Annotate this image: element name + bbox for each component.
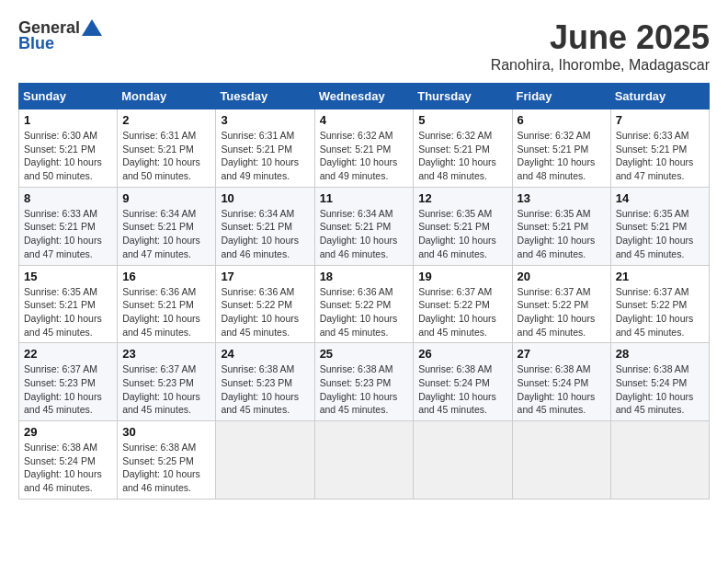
calendar-cell: 17 Sunrise: 6:36 AM Sunset: 5:22 PM Dayl…: [216, 265, 314, 343]
calendar-cell: 3 Sunrise: 6:31 AM Sunset: 5:21 PM Dayli…: [216, 109, 314, 188]
calendar-cell: 12 Sunrise: 6:35 AM Sunset: 5:21 PM Dayl…: [414, 187, 512, 265]
calendar-cell: [216, 421, 314, 500]
day-number: 9: [122, 191, 210, 205]
calendar-cell: 21 Sunrise: 6:37 AM Sunset: 5:22 PM Dayl…: [610, 265, 709, 343]
calendar-cell: 6 Sunrise: 6:32 AM Sunset: 5:21 PM Dayli…: [512, 109, 610, 188]
day-info: Sunrise: 6:33 AM Sunset: 5:21 PM Dayligh…: [616, 129, 704, 183]
header-saturday: Saturday: [610, 84, 709, 109]
calendar-cell: 10 Sunrise: 6:34 AM Sunset: 5:21 PM Dayl…: [216, 187, 314, 265]
location-title: Ranohira, Ihorombe, Madagascar: [491, 57, 710, 74]
calendar-title-area: June 2025 Ranohira, Ihorombe, Madagascar: [491, 18, 710, 74]
day-number: 12: [418, 191, 506, 205]
day-info: Sunrise: 6:36 AM Sunset: 5:22 PM Dayligh…: [221, 285, 309, 339]
day-info: Sunrise: 6:38 AM Sunset: 5:24 PM Dayligh…: [24, 441, 112, 495]
day-number: 8: [24, 191, 112, 205]
calendar-cell: 26 Sunrise: 6:38 AM Sunset: 5:24 PM Dayl…: [414, 343, 512, 421]
calendar-week-row: 15 Sunrise: 6:35 AM Sunset: 5:21 PM Dayl…: [19, 265, 710, 343]
day-info: Sunrise: 6:37 AM Sunset: 5:22 PM Dayligh…: [418, 285, 506, 339]
day-info: Sunrise: 6:35 AM Sunset: 5:21 PM Dayligh…: [518, 207, 606, 261]
calendar-cell: [314, 421, 414, 500]
calendar-cell: 2 Sunrise: 6:31 AM Sunset: 5:21 PM Dayli…: [118, 109, 216, 188]
calendar-cell: 27 Sunrise: 6:38 AM Sunset: 5:24 PM Dayl…: [512, 343, 610, 421]
logo-blue-text: Blue: [18, 34, 54, 53]
day-info: Sunrise: 6:32 AM Sunset: 5:21 PM Dayligh…: [320, 129, 409, 183]
day-info: Sunrise: 6:37 AM Sunset: 5:22 PM Dayligh…: [616, 285, 704, 339]
calendar-week-row: 1 Sunrise: 6:30 AM Sunset: 5:21 PM Dayli…: [19, 109, 710, 188]
day-info: Sunrise: 6:37 AM Sunset: 5:23 PM Dayligh…: [24, 362, 112, 417]
day-info: Sunrise: 6:33 AM Sunset: 5:21 PM Dayligh…: [24, 207, 112, 261]
day-info: Sunrise: 6:31 AM Sunset: 5:21 PM Dayligh…: [221, 129, 309, 183]
calendar-week-row: 29 Sunrise: 6:38 AM Sunset: 5:24 PM Dayl…: [19, 421, 710, 500]
day-number: 10: [221, 191, 309, 205]
calendar-cell: 5 Sunrise: 6:32 AM Sunset: 5:21 PM Dayli…: [414, 109, 512, 188]
day-info: Sunrise: 6:32 AM Sunset: 5:21 PM Dayligh…: [418, 129, 506, 183]
day-info: Sunrise: 6:36 AM Sunset: 5:21 PM Dayligh…: [122, 285, 210, 339]
day-number: 16: [122, 270, 210, 283]
day-number: 4: [320, 113, 409, 127]
day-info: Sunrise: 6:36 AM Sunset: 5:22 PM Dayligh…: [320, 285, 409, 339]
day-number: 13: [518, 191, 606, 205]
calendar-cell: 15 Sunrise: 6:35 AM Sunset: 5:21 PM Dayl…: [19, 265, 118, 343]
header-tuesday: Tuesday: [216, 84, 314, 109]
header-wednesday: Wednesday: [314, 84, 414, 109]
day-number: 15: [24, 270, 112, 283]
day-info: Sunrise: 6:38 AM Sunset: 5:24 PM Dayligh…: [518, 362, 606, 417]
day-number: 7: [616, 113, 704, 127]
calendar-table: Sunday Monday Tuesday Wednesday Thursday…: [18, 83, 710, 500]
logo-icon: [82, 19, 102, 36]
calendar-week-row: 22 Sunrise: 6:37 AM Sunset: 5:23 PM Dayl…: [19, 343, 710, 421]
day-number: 25: [320, 347, 409, 361]
calendar-cell: 16 Sunrise: 6:36 AM Sunset: 5:21 PM Dayl…: [118, 265, 216, 343]
day-info: Sunrise: 6:37 AM Sunset: 5:23 PM Dayligh…: [122, 362, 210, 417]
calendar-cell: [610, 421, 709, 500]
calendar-cell: 20 Sunrise: 6:37 AM Sunset: 5:22 PM Dayl…: [512, 265, 610, 343]
day-number: 19: [418, 270, 506, 283]
day-info: Sunrise: 6:38 AM Sunset: 5:25 PM Dayligh…: [122, 441, 210, 495]
calendar-cell: 7 Sunrise: 6:33 AM Sunset: 5:21 PM Dayli…: [610, 109, 709, 188]
day-number: 14: [616, 191, 704, 205]
day-info: Sunrise: 6:31 AM Sunset: 5:21 PM Dayligh…: [122, 129, 210, 183]
calendar-cell: [414, 421, 512, 500]
day-info: Sunrise: 6:37 AM Sunset: 5:22 PM Dayligh…: [518, 285, 606, 339]
header-thursday: Thursday: [414, 84, 512, 109]
calendar-cell: 11 Sunrise: 6:34 AM Sunset: 5:21 PM Dayl…: [314, 187, 414, 265]
day-number: 24: [221, 347, 309, 361]
calendar-cell: 30 Sunrise: 6:38 AM Sunset: 5:25 PM Dayl…: [118, 421, 216, 500]
day-number: 22: [24, 347, 112, 361]
header-sunday: Sunday: [19, 84, 118, 109]
day-number: 20: [518, 270, 606, 283]
day-number: 2: [122, 113, 210, 127]
calendar-cell: 22 Sunrise: 6:37 AM Sunset: 5:23 PM Dayl…: [19, 343, 118, 421]
svg-marker-0: [82, 19, 102, 36]
calendar-cell: 29 Sunrise: 6:38 AM Sunset: 5:24 PM Dayl…: [19, 421, 118, 500]
calendar-cell: 13 Sunrise: 6:35 AM Sunset: 5:21 PM Dayl…: [512, 187, 610, 265]
day-info: Sunrise: 6:38 AM Sunset: 5:24 PM Dayligh…: [418, 362, 506, 417]
day-info: Sunrise: 6:34 AM Sunset: 5:21 PM Dayligh…: [320, 207, 409, 261]
day-number: 1: [24, 113, 112, 127]
calendar-week-row: 8 Sunrise: 6:33 AM Sunset: 5:21 PM Dayli…: [19, 187, 710, 265]
day-number: 11: [320, 191, 409, 205]
calendar-cell: 1 Sunrise: 6:30 AM Sunset: 5:21 PM Dayli…: [19, 109, 118, 188]
day-info: Sunrise: 6:38 AM Sunset: 5:23 PM Dayligh…: [221, 362, 309, 417]
day-number: 6: [518, 113, 606, 127]
day-number: 26: [418, 347, 506, 361]
calendar-cell: 8 Sunrise: 6:33 AM Sunset: 5:21 PM Dayli…: [19, 187, 118, 265]
calendar-cell: 24 Sunrise: 6:38 AM Sunset: 5:23 PM Dayl…: [216, 343, 314, 421]
day-info: Sunrise: 6:34 AM Sunset: 5:21 PM Dayligh…: [122, 207, 210, 261]
day-number: 5: [418, 113, 506, 127]
day-info: Sunrise: 6:35 AM Sunset: 5:21 PM Dayligh…: [24, 285, 112, 339]
day-info: Sunrise: 6:35 AM Sunset: 5:21 PM Dayligh…: [418, 207, 506, 261]
month-title: June 2025: [491, 18, 710, 57]
day-info: Sunrise: 6:38 AM Sunset: 5:23 PM Dayligh…: [320, 362, 409, 417]
calendar-header-row: Sunday Monday Tuesday Wednesday Thursday…: [19, 84, 710, 109]
header-monday: Monday: [118, 84, 216, 109]
calendar-cell: 14 Sunrise: 6:35 AM Sunset: 5:21 PM Dayl…: [610, 187, 709, 265]
day-number: 23: [122, 347, 210, 361]
day-number: 28: [616, 347, 704, 361]
day-info: Sunrise: 6:30 AM Sunset: 5:21 PM Dayligh…: [24, 129, 112, 183]
calendar-cell: 19 Sunrise: 6:37 AM Sunset: 5:22 PM Dayl…: [414, 265, 512, 343]
calendar-cell: 23 Sunrise: 6:37 AM Sunset: 5:23 PM Dayl…: [118, 343, 216, 421]
day-number: 27: [518, 347, 606, 361]
page-header: General Blue June 2025 Ranohira, Ihoromb…: [18, 18, 710, 74]
calendar-cell: [512, 421, 610, 500]
